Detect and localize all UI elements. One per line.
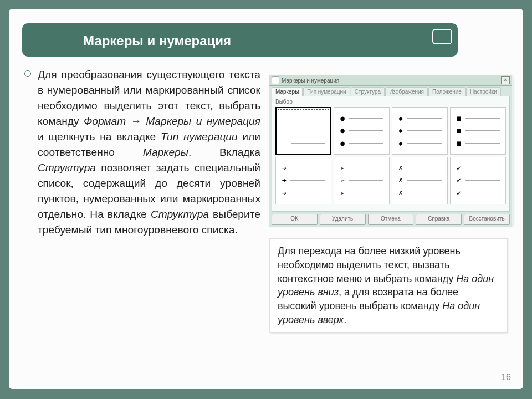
bullet-sample-line (349, 118, 383, 119)
bullet-option-0[interactable] (275, 107, 331, 155)
dialog-tabs: Маркеры Тип нумерации Структура Изображе… (269, 86, 512, 96)
dialog-buttons: OK Удалить Отмена Справка Восстановить (269, 212, 512, 227)
tab-numbering-type[interactable]: Тип нумерации (303, 87, 350, 96)
bullet-option-4[interactable]: ➔➔➔ (275, 157, 331, 204)
body-italic-4: Структура (38, 162, 96, 173)
slide-title-text: Маркеры и нумерация (83, 33, 231, 48)
body-italic-3: Маркеры (143, 146, 188, 158)
bullet-option-row: ■ (456, 115, 500, 121)
close-icon[interactable]: × (501, 76, 510, 84)
bullet-sample-line (407, 130, 442, 131)
bullet-option-row: ✗ (398, 177, 442, 183)
help-button[interactable]: Справка (416, 214, 462, 225)
body-text: Для преобразования существующего текста … (38, 67, 260, 238)
bullet-sample-line (465, 193, 500, 193)
bullet-option-5[interactable]: ➢➢➢ (334, 157, 390, 204)
bullet-symbol-icon: ✗ (398, 177, 403, 183)
note-seg-1: Для перехода на более низкий уровень нео… (278, 245, 461, 284)
bullet-option-row (282, 119, 325, 119)
bullet-option-row (282, 143, 325, 144)
slide: Маркеры и нумерация Для преобразования с… (9, 9, 523, 389)
bullet-symbol-icon: ✗ (398, 190, 403, 196)
bullet-option-row: ➔ (282, 190, 325, 196)
bullet-sample-line (407, 118, 442, 119)
note-seg-3: . (344, 314, 346, 325)
tab-structure[interactable]: Структура (351, 87, 385, 96)
slide-title: Маркеры и нумерация (21, 22, 459, 58)
body-italic-1: Формат → Маркеры и нумерация (84, 115, 260, 127)
dialog-app-icon (272, 76, 279, 84)
bullet-symbol-icon: ◆ (398, 115, 403, 121)
bullet-sample-line (290, 180, 325, 181)
ok-button[interactable]: OK (272, 214, 318, 225)
bullet-sample-line (465, 118, 500, 119)
body-italic-5: Структура (151, 208, 209, 220)
bullet-option-row: ● (340, 115, 383, 121)
bullet-symbol-icon: ✔ (456, 190, 462, 196)
bullet-option-3[interactable]: ■■■ (450, 107, 506, 155)
bullet-option-row: ➢ (340, 165, 383, 171)
tab-position[interactable]: Положение (428, 87, 466, 96)
bullet-symbol-icon: ➢ (340, 165, 345, 171)
bullet-sample-line (349, 143, 383, 144)
bullet-option-row: ✗ (398, 165, 442, 171)
body-seg-2: и щелкнуть на вкладке (38, 131, 161, 142)
bullet-sample-line (465, 130, 500, 131)
bullet-option-row: ● (340, 140, 383, 146)
page-number: 16 (501, 372, 511, 382)
delete-button[interactable]: Удалить (320, 214, 366, 225)
bullet-symbol-icon: ■ (456, 140, 462, 146)
tab-markers[interactable]: Маркеры (272, 87, 303, 96)
bullet-symbol-icon: ✗ (398, 165, 403, 171)
bullet-option-row: ✗ (398, 190, 442, 196)
bullet-symbol-icon: ◆ (398, 140, 403, 146)
bullet-sample-line (465, 180, 500, 181)
tab-settings[interactable]: Настройки (466, 87, 501, 96)
bullet-sample-line (349, 180, 383, 181)
bullet-grid: ●●●◆◆◆■■■➔➔➔➢➢➢✗✗✗✔✔✔ (275, 107, 506, 204)
dialog-body: Выбор ●●●◆◆◆■■■➔➔➔➢➢➢✗✗✗✔✔✔ (272, 96, 510, 212)
bullet-sample-line (290, 168, 325, 168)
bullet-symbol-icon: ➔ (282, 177, 287, 183)
bullet-sample-line (349, 130, 383, 131)
bullet-option-row: ➢ (340, 190, 383, 196)
dialog-section-label: Выбор (275, 99, 506, 105)
bullet-option-row: ✔ (456, 177, 500, 183)
cancel-button[interactable]: Отмена (368, 214, 414, 225)
bullet-sample-line (407, 168, 442, 168)
bullet-option-2[interactable]: ◆◆◆ (392, 107, 448, 155)
bullet-symbol-icon: ● (340, 127, 345, 134)
bullet-option-row (282, 131, 325, 131)
bullet-sample-line (291, 143, 325, 144)
bullet-option-row: ✔ (456, 165, 500, 171)
bullet-marker-icon (24, 70, 31, 77)
bullet-sample-line (291, 131, 325, 131)
bullet-symbol-icon: ✔ (456, 177, 462, 183)
bullet-option-7[interactable]: ✔✔✔ (450, 157, 506, 204)
title-corner-decor (432, 29, 452, 44)
bullet-option-row: ● (340, 127, 383, 134)
dialog-title: Маркеры и нумерация (282, 78, 339, 84)
bullet-option-6[interactable]: ✗✗✗ (392, 157, 448, 204)
bullet-sample-line (407, 143, 442, 144)
bullet-symbol-icon: ● (340, 115, 345, 121)
bullet-sample-line (407, 180, 442, 181)
bullet-symbol-icon: ✔ (456, 165, 462, 171)
bullet-sample-line (349, 168, 383, 168)
bullet-sample-line (290, 193, 325, 193)
bullet-option-row: ➔ (282, 165, 325, 171)
bullet-sample-line (465, 168, 500, 168)
bullet-symbol-icon: ➢ (340, 177, 345, 183)
bullet-symbol-icon: ➔ (282, 165, 287, 171)
bullet-option-1[interactable]: ●●● (334, 107, 390, 155)
bullet-option-row: ✔ (456, 190, 500, 196)
bullet-symbol-icon: ● (340, 140, 345, 146)
tab-images[interactable]: Изображения (385, 87, 428, 96)
reset-button[interactable]: Восстановить (464, 214, 510, 225)
bullet-symbol-icon: ■ (456, 115, 462, 121)
bullet-option-row: ◆ (398, 127, 442, 134)
bullet-sample-line (349, 193, 383, 193)
body-seg-4: . Вкладка (188, 146, 260, 158)
body-italic-2: Тип нумерации (161, 131, 238, 142)
bullet-option-row: ■ (456, 140, 500, 146)
